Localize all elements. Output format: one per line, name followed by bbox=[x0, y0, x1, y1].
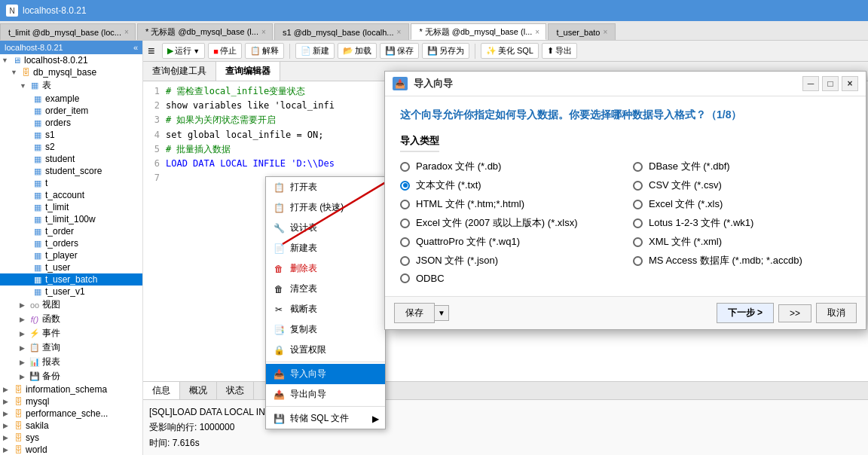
radio-lotus[interactable] bbox=[633, 218, 643, 228]
next-button[interactable]: 下一步 > bbox=[717, 303, 774, 323]
views-expand-arrow[interactable]: ▶ bbox=[20, 301, 29, 309]
beautify-button[interactable]: ✨ 美化 SQL bbox=[481, 43, 539, 59]
radio-item-excel[interactable]: Excel 文件 (*.xls) bbox=[633, 197, 851, 211]
tab-close-5[interactable]: × bbox=[603, 28, 607, 36]
radio-html[interactable] bbox=[400, 200, 410, 209]
db-expand-icon[interactable]: ▶ bbox=[3, 434, 12, 441]
load-button[interactable]: 📂 加载 bbox=[338, 43, 377, 59]
radio-item-paradox[interactable]: Paradox 文件 (*.db) bbox=[400, 160, 618, 173]
sidebar-item-table-t_user_batch[interactable]: ▦t_user_batch bbox=[0, 273, 142, 286]
sidebar-item-table-example[interactable]: ▦example bbox=[0, 93, 142, 105]
radio-excel2007[interactable] bbox=[400, 218, 410, 228]
db-expand-arrow[interactable]: ▼ bbox=[11, 69, 20, 76]
run-button[interactable]: ▶ 运行 ▼ bbox=[162, 43, 205, 59]
tables-expand-arrow[interactable]: ▼ bbox=[20, 82, 29, 90]
tab-4[interactable]: * 无标题 @db_mysql_base (l... × bbox=[411, 23, 546, 40]
dialog-maximize-button[interactable]: □ bbox=[822, 76, 839, 91]
radio-item-lotus[interactable]: Lotus 1-2-3 文件 (*.wk1) bbox=[633, 216, 851, 230]
result-tab-status[interactable]: 状态 bbox=[217, 382, 254, 399]
radio-item-json[interactable]: JSON 文件 (*.json) bbox=[400, 254, 618, 267]
radio-odbc[interactable] bbox=[400, 273, 410, 283]
radio-excel[interactable] bbox=[633, 200, 643, 209]
radio-json[interactable] bbox=[400, 256, 410, 266]
radio-xml[interactable] bbox=[633, 237, 643, 247]
sidebar-item-db-information_schema[interactable]: ▶🗄information_schema bbox=[0, 383, 142, 395]
radio-item-html[interactable]: HTML 文件 (*.htm;*.html) bbox=[400, 197, 618, 211]
tab-1[interactable]: t_limit @db_mysql_base (loc... × bbox=[0, 23, 136, 40]
db-expand-icon[interactable]: ▶ bbox=[3, 422, 12, 429]
sidebar-section-backup[interactable]: ▶ 💾 备份 bbox=[0, 369, 142, 383]
tab-close-4[interactable]: × bbox=[535, 28, 539, 36]
radio-quattro[interactable] bbox=[400, 237, 410, 247]
radio-item-odbc[interactable]: ODBC bbox=[400, 273, 618, 284]
dialog-minimize-button[interactable]: ─ bbox=[802, 76, 819, 91]
tab-close-2[interactable]: × bbox=[261, 28, 266, 36]
events-expand-arrow[interactable]: ▶ bbox=[20, 330, 29, 337]
sidebar-item-table-t_user_v1[interactable]: ▦t_user_v1 bbox=[0, 286, 142, 298]
result-tab-info[interactable]: 信息 bbox=[143, 382, 180, 399]
sidebar-collapse-icon[interactable]: « bbox=[133, 43, 138, 52]
sidebar-item-table-s2[interactable]: ▦s2 bbox=[0, 141, 142, 153]
tab-3[interactable]: s1 @db_mysql_base (localh... × bbox=[274, 23, 409, 40]
sidebar-item-table-t_player[interactable]: ▦t_player bbox=[0, 249, 142, 261]
db-expand-icon[interactable]: ▶ bbox=[3, 410, 12, 417]
sidebar-item-db-sakila[interactable]: ▶🗄sakila bbox=[0, 420, 142, 432]
save-button[interactable]: 💾 保存 bbox=[380, 43, 419, 59]
sidebar-item-db[interactable]: ▼ 🗄 db_mysql_base bbox=[0, 66, 142, 78]
radio-item-excel2007[interactable]: Excel 文件 (2007 或以上版本) (*.xlsx) bbox=[400, 216, 618, 230]
sidebar-section-tables[interactable]: ▼ ▦ 表 bbox=[0, 78, 142, 93]
radio-item-quattro[interactable]: QuattroPro 文件 (*.wq1) bbox=[400, 235, 618, 249]
export-button[interactable]: ⬆ 导出 bbox=[542, 43, 577, 59]
radio-item-dbase[interactable]: DBase 文件 (*.dbf) bbox=[633, 160, 851, 173]
sidebar-item-db-mysql[interactable]: ▶🗄mysql bbox=[0, 395, 142, 408]
menu-export-wizard[interactable]: 📤 导出向导 bbox=[266, 384, 385, 405]
menu-import-wizard[interactable]: 📥 导入向导 bbox=[266, 364, 385, 384]
tab-close-3[interactable]: × bbox=[397, 28, 402, 36]
radio-item-csv[interactable]: CSV 文件 (*.csv) bbox=[633, 179, 851, 192]
menu-new-table[interactable]: 📄 新建表 bbox=[266, 238, 385, 258]
menu-copy[interactable]: 📑 复制表 bbox=[266, 319, 385, 340]
functions-expand-arrow[interactable]: ▶ bbox=[20, 316, 29, 323]
sidebar-section-views[interactable]: ▶ oo 视图 bbox=[0, 298, 142, 312]
save-dropdown-button[interactable]: ▼ bbox=[435, 305, 449, 321]
menu-cut[interactable]: ✂ 截断表 bbox=[266, 299, 385, 319]
new-button[interactable]: 📄 新建 bbox=[295, 43, 335, 59]
menu-truncate[interactable]: 🗑 清空表 bbox=[266, 279, 385, 299]
menu-open-fast[interactable]: 📋 打开表 (快速) bbox=[266, 197, 385, 218]
sidebar-section-functions[interactable]: ▶ f() 函数 bbox=[0, 312, 142, 326]
tab-5[interactable]: t_user_bato × bbox=[548, 23, 616, 40]
radio-item-xml[interactable]: XML 文件 (*.xml) bbox=[633, 235, 851, 249]
db-expand-icon[interactable]: ▶ bbox=[3, 446, 12, 453]
sidebar-item-table-order_item[interactable]: ▦order_item bbox=[0, 105, 142, 117]
menu-delete-table[interactable]: 🗑 删除表 bbox=[266, 258, 385, 279]
save-as-button[interactable]: 💾 另存为 bbox=[422, 43, 469, 59]
sidebar-item-table-t_limit[interactable]: ▦t_limit bbox=[0, 201, 142, 213]
sidebar-item-db-world[interactable]: ▶🗄world bbox=[0, 444, 142, 455]
sidebar-item-table-t_limit_100w[interactable]: ▦t_limit_100w bbox=[0, 213, 142, 225]
radio-item-text[interactable]: 文本文件 (*.txt) bbox=[400, 179, 618, 192]
radio-msaccess[interactable] bbox=[633, 256, 643, 266]
sidebar-item-table-student_score[interactable]: ▦student_score bbox=[0, 165, 142, 177]
sidebar-section-events[interactable]: ▶ ⚡ 事件 bbox=[0, 326, 142, 340]
run-dropdown-icon[interactable]: ▼ bbox=[193, 47, 200, 55]
explain-button[interactable]: 📋 解释 bbox=[245, 43, 284, 59]
cancel-button[interactable]: 取消 bbox=[816, 303, 857, 323]
sidebar-section-queries[interactable]: ▶ 📋 查询 bbox=[0, 340, 142, 355]
sidebar-item-table-orders[interactable]: ▦orders bbox=[0, 117, 142, 129]
sidebar-item-server[interactable]: ▼ 🖥 localhost-8.0.21 bbox=[0, 54, 142, 66]
dialog-close-button[interactable]: × bbox=[842, 76, 858, 91]
stop-button[interactable]: ■ 停止 bbox=[208, 43, 242, 59]
menu-convert-sql[interactable]: 💾 转储 SQL 文件 ▶ bbox=[266, 408, 385, 429]
db-expand-icon[interactable]: ▶ bbox=[3, 386, 12, 393]
tab-2[interactable]: * 无标题 @db_mysql_base (l... × bbox=[137, 23, 273, 40]
hamburger-icon[interactable]: ≡ bbox=[148, 44, 154, 58]
sidebar-section-reports[interactable]: ▶ 📊 报表 bbox=[0, 355, 142, 369]
tab-close-1[interactable]: × bbox=[124, 28, 129, 36]
menu-set-perm[interactable]: 🔒 设置权限 bbox=[266, 340, 385, 360]
import-dialog[interactable]: 📥 导入向导 ─ □ × 这个向导允许你指定如何导入数据。你要选择哪种数据导入格… bbox=[384, 71, 866, 330]
skip-button[interactable]: >> bbox=[778, 304, 811, 322]
result-tab-overview[interactable]: 概况 bbox=[180, 382, 217, 399]
sidebar-item-table-student[interactable]: ▦student bbox=[0, 153, 142, 165]
sidebar-item-db-sys[interactable]: ▶🗄sys bbox=[0, 432, 142, 444]
sidebar-item-table-s1[interactable]: ▦s1 bbox=[0, 129, 142, 141]
